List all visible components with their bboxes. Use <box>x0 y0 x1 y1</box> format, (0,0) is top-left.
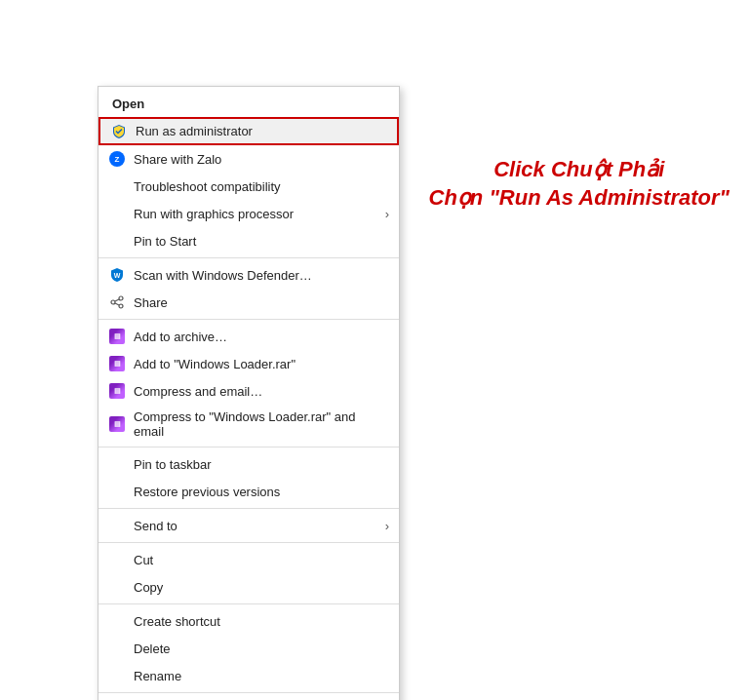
menu-separator <box>99 319 399 320</box>
menu-separator <box>99 508 399 509</box>
menu-item-label: Pin to Start <box>134 234 196 249</box>
menu-item-label: Share <box>134 295 168 310</box>
menu-item-compress-loader-email[interactable]: ▤ Compress to "Windows Loader.rar" and e… <box>99 405 399 444</box>
menu-item-label: Run with graphics processor <box>134 207 294 221</box>
menu-item-scan-defender[interactable]: W Scan with Windows Defender… <box>99 261 399 289</box>
defender-icon: W <box>108 266 126 284</box>
menu-item-send-to[interactable]: Send to› <box>99 512 399 539</box>
submenu-arrow: › <box>385 519 389 533</box>
menu-item-pin-taskbar[interactable]: Pin to taskbar <box>99 450 399 478</box>
menu-item-label: Add to archive… <box>134 330 227 344</box>
zalo-icon: Z <box>108 150 126 168</box>
menu-item-label: Scan with Windows Defender… <box>134 268 312 283</box>
menu-item-label: Run as administrator <box>136 124 253 138</box>
menu-item-label: Compress and email… <box>134 384 262 399</box>
menu-separator <box>99 692 399 693</box>
svg-point-3 <box>119 296 123 300</box>
winrar-icon: ▤ <box>108 328 126 345</box>
menu-item-label: Copy <box>134 580 163 595</box>
menu-item-label: Compress to "Windows Loader.rar" and ema… <box>134 409 385 439</box>
menu-item-label: Restore previous versions <box>134 485 280 499</box>
menu-item-label: Pin to taskbar <box>134 457 212 472</box>
menu-item-rename[interactable]: Rename <box>99 662 399 689</box>
menu-separator <box>99 603 399 604</box>
menu-item-compress-email[interactable]: ▤ Compress and email… <box>99 377 399 405</box>
menu-item-run-gpu[interactable]: Run with graphics processor› <box>99 200 399 227</box>
menu-item-label: Open <box>112 97 144 111</box>
context-menu: Open Run as administrator Z Share with Z… <box>98 86 400 700</box>
svg-line-6 <box>115 299 119 301</box>
menu-item-share[interactable]: Share <box>99 289 399 316</box>
winrar-icon: ▤ <box>108 355 126 372</box>
menu-item-restore-versions[interactable]: Restore previous versions <box>99 478 399 505</box>
menu-separator <box>99 257 399 258</box>
menu-item-label: Cut <box>134 553 153 567</box>
menu-item-label: Send to <box>134 519 177 533</box>
submenu-arrow: › <box>385 207 389 221</box>
menu-item-label: Create shortcut <box>134 614 220 629</box>
svg-point-4 <box>111 300 115 304</box>
menu-item-pin-start[interactable]: Pin to Start <box>99 227 399 254</box>
menu-separator <box>99 542 399 543</box>
menu-item-label: Share with Zalo <box>134 152 221 167</box>
menu-item-add-loader-rar[interactable]: ▤ Add to "Windows Loader.rar" <box>99 350 399 377</box>
menu-item-label: Rename <box>134 669 181 683</box>
menu-item-properties[interactable]: Properties <box>99 696 399 700</box>
share-icon <box>108 293 126 311</box>
menu-item-add-archive[interactable]: ▤ Add to archive… <box>99 323 399 350</box>
menu-item-label: Delete <box>134 642 171 656</box>
svg-line-7 <box>115 303 119 305</box>
menu-item-run-admin[interactable]: Run as administrator <box>99 117 399 145</box>
menu-item-label: Add to "Windows Loader.rar" <box>134 357 296 371</box>
menu-item-copy[interactable]: Copy <box>99 573 399 601</box>
menu-item-open[interactable]: Open <box>99 90 399 117</box>
winrar-icon: ▤ <box>108 382 126 400</box>
svg-text:W: W <box>114 272 121 279</box>
menu-item-create-shortcut[interactable]: Create shortcut <box>99 607 399 635</box>
menu-separator <box>99 447 399 447</box>
menu-item-label: Troubleshoot compatibility <box>134 179 281 194</box>
menu-item-delete[interactable]: Delete <box>99 635 399 662</box>
menu-item-share-zalo[interactable]: Z Share with Zalo <box>99 145 399 173</box>
svg-point-5 <box>119 304 123 308</box>
winrar-icon: ▤ <box>108 415 126 433</box>
shield-icon <box>110 123 128 140</box>
menu-item-cut[interactable]: Cut <box>99 546 399 573</box>
menu-item-troubleshoot[interactable]: Troubleshoot compatibility <box>99 173 399 200</box>
